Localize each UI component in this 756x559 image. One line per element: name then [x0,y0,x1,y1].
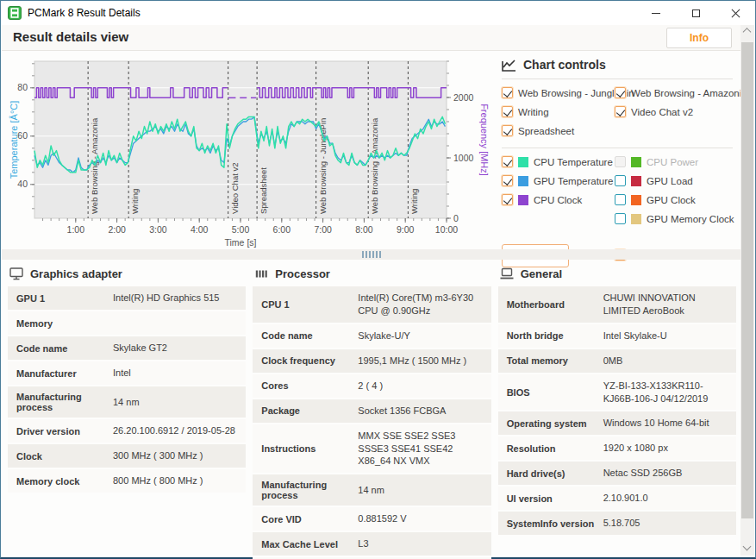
row-label: GPU 1 [16,293,113,304]
svg-text:60: 60 [17,130,28,141]
checkbox-gpu-clock[interactable]: GPU Clock [615,194,734,205]
checkbox-box[interactable] [502,175,513,186]
checkbox-cpu-clock[interactable]: CPU Clock [502,194,611,205]
row-label: Manufacturing process [261,480,358,500]
checkbox-label: CPU Power [647,157,698,167]
app-window: PCMark 8 Result Details Result details v… [0,0,756,559]
table-row-package: PackageSocket 1356 FCBGA [253,399,490,423]
table-row-motherboard: MotherboardCHUWI INNOVATION LIMITED Aero… [498,286,736,323]
scroll-down-icon[interactable] [744,543,751,550]
checkbox-web-browsing-junglepin[interactable]: Web Browsing - JunglePin [502,87,611,98]
checkbox-box[interactable] [502,87,513,98]
svg-text:2000: 2000 [453,92,474,103]
svg-text:8:00: 8:00 [355,224,373,235]
close-icon [731,9,740,18]
panel-title: Processor [275,267,330,280]
maximize-button[interactable] [676,1,715,25]
svg-text:3:00: 3:00 [149,224,167,235]
monitor-icon [9,267,23,280]
row-label: Memory [16,318,113,329]
splitter-drag-handle[interactable] [362,251,381,258]
vertical-scrollbar[interactable] [740,25,754,556]
scrollbar-thumb[interactable] [741,42,753,518]
row-label: Manufacturer [16,368,113,379]
checkbox-cpu-power: CPU Power [615,156,734,167]
checkbox-label: GPU Load [647,176,693,186]
checkbox-box[interactable] [502,106,513,117]
checkbox-label: GPU Clock [647,195,696,205]
row-label: Code name [16,343,113,354]
table-row-instructions: InstructionsMMX SSE SSE2 SSE3 SSSE3 SSE4… [253,424,490,474]
row-label: Cores [261,380,358,391]
checkbox-gpu-memory-clock[interactable]: GPU Memory Clock [615,213,734,224]
row-label: Manufacturing process [16,392,113,412]
segment-label: Spreadsheet [259,167,268,214]
chart-controls-panel: Chart controls Web Browsing - JunglePinW… [502,58,733,267]
table-row-operating-system: Operating systemWindows 10 Home 64-bit [498,411,736,435]
checkbox-spreadsheet[interactable]: Spreadsheet [502,125,611,136]
checkbox-box[interactable] [502,194,513,205]
checkbox-box[interactable] [615,87,626,98]
checkbox-box[interactable] [502,125,513,136]
row-value: 1920 x 1080 px [603,442,728,455]
row-label: CPU 1 [261,299,358,310]
general-panel: General MotherboardCHUWI INNOVATION LIMI… [498,263,736,537]
svg-text:5:00: 5:00 [232,224,250,235]
row-value: CHUWI INNOVATION LIMITED AeroBook [603,292,728,317]
checkbox-box[interactable] [615,194,626,205]
checkbox-label: GPU Temperature [534,176,613,186]
checkbox-video-chat-v2[interactable]: Video Chat v2 [615,106,747,117]
row-label: Resolution [507,443,603,454]
checkbox-box[interactable] [502,156,513,167]
svg-text:40: 40 [17,179,28,189]
minimize-icon [652,13,660,14]
row-value: Intel(R) Core(TM) m3-6Y30 CPU @ 0.90GHz [358,292,482,317]
row-value: 14 nm [358,484,482,497]
minimize-button[interactable] [636,1,676,25]
row-value: 2.10.901.0 [603,492,728,505]
info-button[interactable]: Info [666,28,732,48]
checkbox-writing[interactable]: Writing [502,106,611,117]
checkbox-gpu-load[interactable]: GPU Load [615,175,734,186]
row-value: Skylake-U/Y [358,330,482,342]
svg-text:80: 80 [17,82,28,92]
scroll-up-icon[interactable] [744,30,751,37]
color-swatch [518,195,528,205]
table-row-hard-drive-s: Hard drive(s)Netac SSD 256GB [498,462,736,485]
row-value: L3 [358,537,482,550]
page-header: Result details view Info [2,25,740,51]
row-value: 0MB [603,355,728,367]
checkbox-web-browsing-amazonia[interactable]: Web Browsing - Amazonia [615,87,747,98]
segment-label: Web Browsing - Amazonia [370,117,379,214]
checkbox-label: Spreadsheet [518,126,574,136]
row-value: 800 MHz ( 800 MHz ) [113,474,237,487]
row-label: North bridge [507,330,603,341]
color-swatch [518,157,528,167]
row-value: Intel(R) HD Graphics 515 [113,292,237,305]
checkbox-box[interactable] [615,106,626,117]
checkbox-gpu-temperature[interactable]: GPU Temperature [502,175,611,186]
row-label: Code name [261,330,358,341]
close-button[interactable] [715,1,755,25]
color-swatch [518,176,528,186]
svg-text:10:00: 10:00 [435,224,458,235]
row-label: Core VID [261,514,358,524]
checkbox-cpu-temperature[interactable]: CPU Temperature [502,156,611,167]
checkbox-box[interactable] [615,213,626,224]
segment-label: Writing [130,189,140,214]
segment-label: Video Chat v2 [230,162,240,214]
row-value: 14 nm [113,396,237,409]
svg-text:9:00: 9:00 [397,224,415,235]
checkbox-label: Writing [518,107,549,117]
row-value: 26.20.100.6912 / 2019-05-28 [113,424,237,437]
hardware-panels: Graphics adapter GPU 1Intel(R) HD Graphi… [8,263,736,559]
graphics-adapter-panel: Graphics adapter GPU 1Intel(R) HD Graphi… [8,263,246,494]
table-row-code-name: Code nameSkylake GT2 [8,336,246,360]
row-label: Clock [16,451,113,462]
x-axis-label: Time [s] [225,237,257,248]
checkbox-box[interactable] [615,175,626,186]
color-swatch [631,214,641,224]
result-chart[interactable]: 1:002:003:004:005:006:007:008:009:0010:0… [9,54,493,254]
content-area: 1:002:003:004:005:006:007:008:009:0010:0… [2,51,740,556]
table-row-manufacturing-process: Manufacturing process14 nm [253,474,490,506]
